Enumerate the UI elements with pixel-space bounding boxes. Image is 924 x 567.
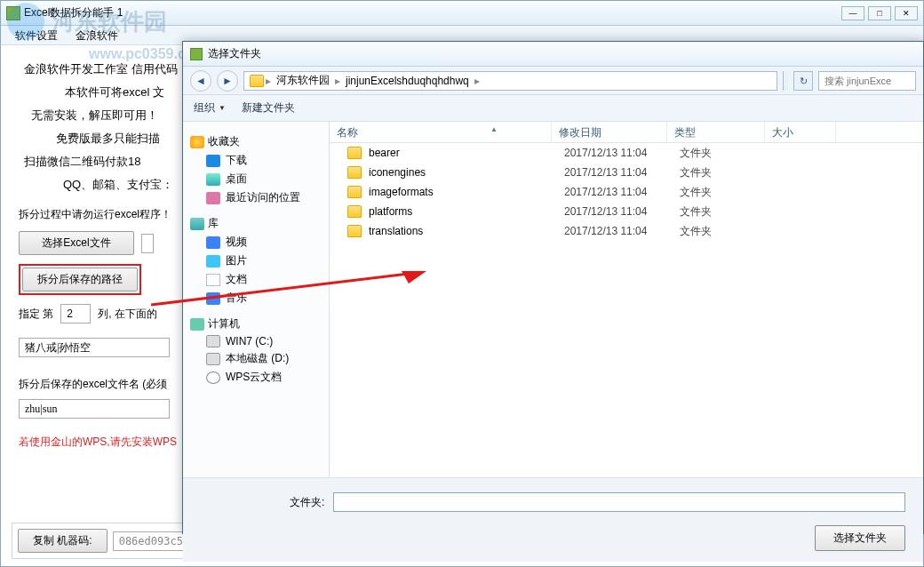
menu-jinlang[interactable]: 金浪软件 [67,26,127,44]
app-icon [6,6,20,20]
video-icon [206,236,220,249]
cloud-icon [206,371,220,384]
drive-icon [206,353,220,365]
dialog-toolbar: 组织▼ 新建文件夹 [183,95,923,122]
sidebar-computer[interactable]: 计算机 [190,315,325,333]
item-date: 2017/12/13 11:04 [564,225,680,237]
item-date: 2017/12/13 11:04 [564,166,680,179]
item-type: 文件夹 [680,165,777,180]
header-name[interactable]: 名称▲ [330,122,552,142]
sidebar-docs[interactable]: 文档 [190,270,325,289]
folder-label: 文件夹: [290,495,324,510]
sidebar-local-d[interactable]: 本地磁盘 (D:) [190,349,325,368]
folder-icon [347,186,362,198]
filter-names-input[interactable] [19,338,170,357]
copy-machine-button[interactable]: 复制 机器码: [18,529,108,553]
folder-icon [347,225,362,237]
dialog-icon [190,48,203,60]
header-date[interactable]: 修改日期 [552,122,667,142]
desktop-icon [206,173,220,186]
breadcrumb-root[interactable]: 河东软件园 [273,73,333,88]
item-name: imageformats [369,186,564,198]
item-name: bearer [369,147,564,159]
header-size[interactable]: 大小 [765,122,836,142]
folder-icon [347,205,362,218]
col-suffix: 列, 在下面的 [98,307,157,322]
item-date: 2017/12/13 11:04 [564,186,680,198]
maximize-button[interactable]: □ [868,6,891,20]
search-input[interactable] [818,71,916,91]
folder-dialog: 选择文件夹 ◄ ► ▸ 河东软件园 ▸ jinjunExcelshduqhqhd… [182,41,924,534]
breadcrumb[interactable]: ▸ 河东软件园 ▸ jinjunExcelshduqhqhdhwq ▸ [243,71,777,91]
dialog-footer: 文件夹: 选择文件夹 [183,477,923,562]
menu-settings[interactable]: 软件设置 [6,26,67,44]
header-type[interactable]: 类型 [667,122,765,142]
folder-icon [347,147,362,159]
sidebar-downloads[interactable]: 下载 [190,151,325,170]
item-name: iconengines [369,166,564,179]
sidebar-pictures[interactable]: 图片 [190,252,325,270]
main-title: Excel数据拆分能手 1 [24,5,123,20]
recent-icon [206,192,220,204]
nav-forward-button[interactable]: ► [217,70,238,92]
sidebar-video[interactable]: 视频 [190,233,325,252]
filename-input[interactable] [19,399,170,419]
nav-bar: ◄ ► ▸ 河东软件园 ▸ jinjunExcelshduqhqhdhwq ▸ … [183,67,923,95]
organize-button[interactable]: 组织▼ [194,100,226,116]
column-input[interactable] [60,304,91,323]
computer-icon [190,318,204,331]
drive-icon [206,335,220,347]
list-header: 名称▲ 修改日期 类型 大小 [330,122,923,143]
breadcrumb-dropdown[interactable] [783,71,788,91]
library-icon [190,218,204,230]
sidebar: 收藏夹 下载 桌面 最近访问的位置 库 视频 图片 文档 音乐 计算机 WIN7… [183,122,330,477]
item-date: 2017/12/13 11:04 [564,147,680,159]
dialog-titlebar[interactable]: 选择文件夹 [183,42,923,67]
sort-icon: ▲ [490,125,498,133]
new-folder-button[interactable]: 新建文件夹 [242,100,295,116]
list-item[interactable]: translations2017/12/13 11:04文件夹 [330,221,923,241]
refresh-button[interactable]: ↻ [793,71,813,91]
chevron-icon: ▸ [264,75,273,87]
save-path-button[interactable]: 拆分后保存的路径 [22,268,138,291]
minimize-button[interactable]: — [841,6,864,20]
list-item[interactable]: bearer2017/12/13 11:04文件夹 [330,143,923,163]
sidebar-win7[interactable]: WIN7 (C:) [190,333,325,349]
file-list: 名称▲ 修改日期 类型 大小 bearer2017/12/13 11:04文件夹… [330,122,923,477]
sidebar-desktop[interactable]: 桌面 [190,170,325,188]
select-excel-button[interactable]: 选择Excel文件 [19,231,134,255]
folder-name-input[interactable] [333,492,905,512]
item-date: 2017/12/13 11:04 [564,205,680,218]
save-path-highlight: 拆分后保存的路径 [19,264,141,295]
item-type: 文件夹 [680,146,777,161]
music-icon [206,292,220,305]
sidebar-recent[interactable]: 最近访问的位置 [190,188,325,207]
download-icon [206,155,220,167]
chevron-down-icon: ▼ [219,104,226,112]
folder-icon [250,75,264,87]
sidebar-favorites[interactable]: 收藏夹 [190,132,325,151]
list-item[interactable]: imageformats2017/12/13 11:04文件夹 [330,182,923,202]
breadcrumb-folder[interactable]: jinjunExcelshduqhqhdhwq [342,75,473,87]
star-icon [190,136,204,148]
document-icon [206,274,220,286]
col-prefix: 指定 第 [19,307,53,322]
item-type: 文件夹 [680,204,777,220]
item-name: translations [369,225,564,237]
picture-icon [206,255,220,268]
chevron-icon: ▸ [473,75,482,87]
list-item[interactable]: platforms2017/12/13 11:04文件夹 [330,202,923,221]
list-item[interactable]: iconengines2017/12/13 11:04文件夹 [330,163,923,182]
sidebar-library[interactable]: 库 [190,214,325,233]
chevron-icon: ▸ [333,75,342,87]
dialog-title: 选择文件夹 [208,46,261,61]
excel-path-input[interactable] [141,234,154,253]
sidebar-music[interactable]: 音乐 [190,289,325,307]
close-button[interactable]: ✕ [895,6,918,20]
nav-back-button[interactable]: ◄ [190,70,211,92]
folder-icon [347,166,362,179]
item-type: 文件夹 [680,224,777,239]
main-titlebar[interactable]: Excel数据拆分能手 1 — □ ✕ [1,1,923,26]
sidebar-wps[interactable]: WPS云文档 [190,368,325,387]
select-folder-button[interactable]: 选择文件夹 [815,525,905,551]
